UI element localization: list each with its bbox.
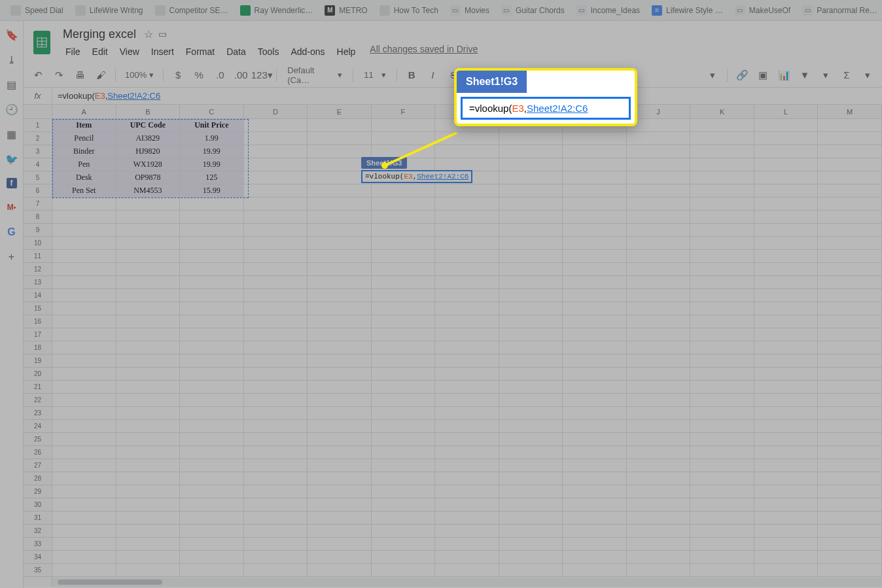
grid-cell[interactable] (435, 538, 499, 551)
grid-cell[interactable] (690, 433, 754, 446)
grid-cell[interactable]: Unit Price (180, 119, 244, 132)
grid-cell[interactable] (52, 394, 116, 407)
grid-cell[interactable] (435, 525, 499, 538)
grid-cell[interactable] (308, 328, 372, 341)
grid-cell[interactable] (627, 564, 691, 577)
grid-cell[interactable] (372, 341, 436, 355)
grid-cell[interactable] (627, 289, 691, 302)
grid-cell[interactable] (244, 328, 308, 341)
grid-cell[interactable] (499, 551, 563, 564)
grid-cell[interactable] (308, 145, 372, 158)
grid-cell[interactable] (244, 394, 308, 407)
grid-cell[interactable] (818, 485, 882, 498)
grid-cell[interactable] (435, 485, 499, 498)
grid-cell[interactable] (499, 132, 563, 145)
grid-cell[interactable] (116, 198, 181, 211)
grid-cell[interactable] (244, 211, 308, 224)
grid-cell[interactable] (116, 302, 181, 315)
grid-cell[interactable] (818, 132, 882, 145)
grid-cell[interactable] (308, 276, 372, 289)
grid-cell[interactable] (308, 263, 372, 276)
functions-icon[interactable]: Σ (838, 66, 856, 84)
grid-cell[interactable] (116, 525, 181, 538)
grid-cell[interactable] (308, 538, 372, 551)
row-header[interactable]: 25 (24, 433, 52, 446)
grid-cell[interactable] (244, 119, 308, 132)
grid-cell[interactable] (308, 394, 372, 407)
grid-cell[interactable] (244, 132, 308, 145)
grid-cell[interactable]: Desk (52, 171, 116, 184)
bookmark-item[interactable]: ≡Lifewire Style … (646, 3, 728, 18)
grid-cell[interactable]: 15.99 (180, 184, 244, 198)
grid-cell[interactable] (308, 119, 372, 132)
bookmark-item[interactable]: LifeWire Writng (70, 3, 149, 18)
grid-cell[interactable] (308, 446, 372, 459)
grid-cell[interactable] (180, 276, 244, 289)
grid-cell[interactable] (563, 224, 627, 237)
doc-title[interactable]: Merging excel (60, 26, 139, 43)
grid-cell[interactable] (754, 158, 819, 171)
menu-data[interactable]: Data (221, 44, 251, 60)
grid-cell[interactable] (180, 355, 244, 368)
undo-icon[interactable]: ↶ (29, 66, 47, 84)
menu-help[interactable]: Help (332, 44, 361, 60)
grid-cell[interactable] (690, 276, 754, 289)
grid-cell[interactable] (499, 237, 563, 250)
grid-cell[interactable] (563, 551, 627, 564)
grid-cell[interactable] (244, 302, 308, 315)
grid-cell[interactable] (372, 485, 436, 498)
row-header[interactable]: 1 (24, 119, 52, 132)
grid-cell[interactable] (52, 263, 116, 276)
grid-cell[interactable] (116, 263, 181, 276)
grid-cell[interactable] (627, 368, 691, 381)
grid-cell[interactable] (754, 302, 819, 315)
grid-cell[interactable] (754, 315, 819, 328)
column-header[interactable]: L (754, 105, 819, 118)
grid-cell[interactable] (244, 198, 308, 211)
grid-cell[interactable] (52, 276, 116, 289)
grid-cell[interactable] (244, 263, 308, 276)
grid-cell[interactable] (754, 250, 819, 263)
grid-cell[interactable] (435, 289, 499, 302)
grid-cell[interactable] (308, 525, 372, 538)
column-header[interactable]: M (818, 105, 882, 118)
row-header[interactable]: 14 (24, 289, 52, 302)
grid-cell[interactable] (180, 485, 244, 498)
grid-cell[interactable] (308, 224, 372, 237)
grid-cell[interactable] (499, 511, 563, 525)
grid-cell[interactable] (627, 355, 691, 368)
row-header[interactable]: 8 (24, 211, 52, 224)
grid-cell[interactable] (563, 263, 627, 276)
grid-cell[interactable] (244, 224, 308, 237)
grid-cell[interactable] (563, 328, 627, 341)
grid-cell[interactable] (690, 119, 754, 132)
grid-cell[interactable] (563, 564, 627, 577)
grid-cell[interactable] (818, 315, 882, 328)
grid-cell[interactable] (690, 472, 754, 485)
link-icon[interactable]: 🔗 (733, 66, 751, 84)
grid-cell[interactable] (818, 368, 882, 381)
grid-cell[interactable]: WX1928 (116, 158, 181, 171)
grid-cell[interactable] (754, 551, 819, 564)
row-header[interactable]: 30 (24, 498, 52, 511)
note-icon[interactable]: ▤ (6, 78, 18, 90)
grid-cell[interactable] (563, 171, 627, 184)
font-size-select[interactable]: 11▾ (359, 69, 391, 81)
grid-cell[interactable] (818, 525, 882, 538)
grid-cell[interactable] (563, 446, 627, 459)
grid-cell[interactable] (52, 355, 116, 368)
grid-cell[interactable] (627, 302, 691, 315)
row-header[interactable]: 10 (24, 237, 52, 250)
grid-cell[interactable] (818, 211, 882, 224)
grid-cell[interactable] (372, 433, 436, 446)
grid-cell[interactable] (52, 224, 116, 237)
grid-cell[interactable] (180, 407, 244, 420)
grid-cell[interactable] (754, 511, 819, 525)
grid-cell[interactable] (372, 224, 436, 237)
grid-cell[interactable] (563, 132, 627, 145)
grid-cell[interactable] (499, 211, 563, 224)
grid-cell[interactable] (690, 381, 754, 394)
grid-cell[interactable] (499, 302, 563, 315)
bookmark-item[interactable]: Ray Wenderlic… (235, 3, 319, 18)
grid-cell[interactable] (627, 511, 691, 525)
